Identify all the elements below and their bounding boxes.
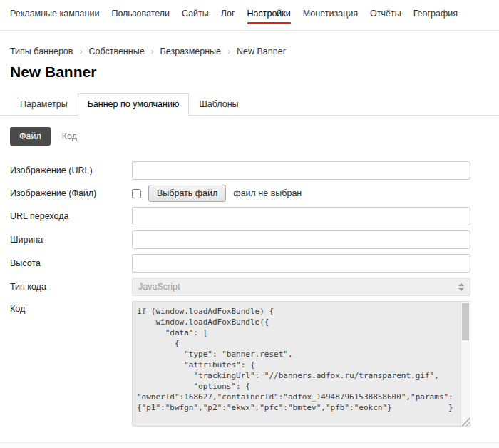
banner-form: Изображение (URL) Изображение (Файл) Выб… bbox=[10, 161, 470, 427]
form-row-image-file: Изображение (Файл) Выбрать файл файл не … bbox=[10, 185, 470, 202]
form-row-click-url: URL перехода bbox=[10, 207, 470, 225]
breadcrumb-separator-icon: › bbox=[151, 46, 154, 56]
form-row-height: Высота bbox=[10, 254, 470, 273]
select-arrows-icon bbox=[458, 283, 464, 291]
breadcrumb: Типы баннеров › Собственные › Безразмерн… bbox=[0, 31, 499, 56]
click-url-label: URL перехода bbox=[10, 211, 132, 221]
page-title: New Banner bbox=[10, 63, 489, 81]
tab-default-banner[interactable]: Баннер по умолчанию bbox=[78, 93, 190, 116]
mode-code-button[interactable]: Код bbox=[62, 131, 77, 141]
image-file-label: Изображение (Файл) bbox=[10, 188, 132, 198]
code-type-label: Тип кода bbox=[10, 282, 132, 292]
image-url-input[interactable] bbox=[132, 161, 470, 180]
nav-item-log[interactable]: Лог bbox=[221, 0, 235, 30]
top-navigation: Рекламные кампании Пользователи Сайты Ло… bbox=[0, 0, 499, 31]
code-type-selected-value: JavaScript bbox=[138, 282, 180, 292]
form-row-code: Код if (window.loadAdFoxBundle) { window… bbox=[10, 301, 470, 427]
tab-templates[interactable]: Шаблоны bbox=[189, 93, 248, 116]
breadcrumb-item-new-banner: New Banner bbox=[237, 46, 286, 56]
image-file-checkbox[interactable] bbox=[132, 189, 141, 198]
mode-file-button[interactable]: Файл bbox=[10, 127, 51, 146]
form-row-code-type: Тип кода JavaScript bbox=[10, 278, 470, 296]
choose-file-button[interactable]: Выбрать файл bbox=[148, 185, 226, 202]
width-input[interactable] bbox=[132, 230, 470, 249]
form-row-image-url: Изображение (URL) bbox=[10, 161, 470, 180]
click-url-input[interactable] bbox=[132, 207, 470, 225]
tab-parameters[interactable]: Параметры bbox=[10, 93, 78, 116]
nav-item-sites[interactable]: Сайты bbox=[182, 0, 209, 30]
form-footer: Изменить bbox=[0, 442, 499, 448]
banner-source-toggle: Файл Код bbox=[10, 127, 489, 146]
code-editor: if (window.loadAdFoxBundle) { window.loa… bbox=[132, 301, 470, 427]
breadcrumb-item-banner-types[interactable]: Типы баннеров bbox=[10, 46, 73, 56]
form-row-width: Ширина bbox=[10, 230, 470, 249]
nav-item-geography[interactable]: География bbox=[413, 0, 458, 30]
breadcrumb-item-sizeless[interactable]: Безразмерные bbox=[160, 46, 221, 56]
nav-item-monetization[interactable]: Монетизация bbox=[303, 0, 358, 30]
height-label: Высота bbox=[10, 258, 132, 268]
nav-item-reports[interactable]: Отчёты bbox=[370, 0, 401, 30]
nav-item-advertising-campaigns[interactable]: Рекламные кампании bbox=[10, 0, 99, 30]
breadcrumb-separator-icon: › bbox=[79, 46, 82, 56]
image-url-label: Изображение (URL) bbox=[10, 166, 132, 175]
nav-item-users[interactable]: Пользователи bbox=[111, 0, 170, 30]
height-input[interactable] bbox=[132, 254, 470, 273]
code-scrollbar-thumb[interactable] bbox=[462, 303, 469, 340]
code-scrollbar[interactable] bbox=[461, 302, 470, 426]
code-type-select[interactable]: JavaScript bbox=[132, 278, 470, 296]
width-label: Ширина bbox=[10, 235, 132, 245]
code-textarea[interactable]: if (window.loadAdFoxBundle) { window.loa… bbox=[132, 301, 470, 427]
breadcrumb-separator-icon: › bbox=[227, 46, 230, 56]
breadcrumb-item-own[interactable]: Собственные bbox=[88, 46, 144, 56]
nav-item-settings[interactable]: Настройки bbox=[247, 0, 291, 30]
tab-bar: Параметры Баннер по умолчанию Шаблоны bbox=[0, 93, 499, 116]
file-status-text: файл не выбран bbox=[233, 188, 302, 198]
code-label: Код bbox=[10, 301, 132, 314]
